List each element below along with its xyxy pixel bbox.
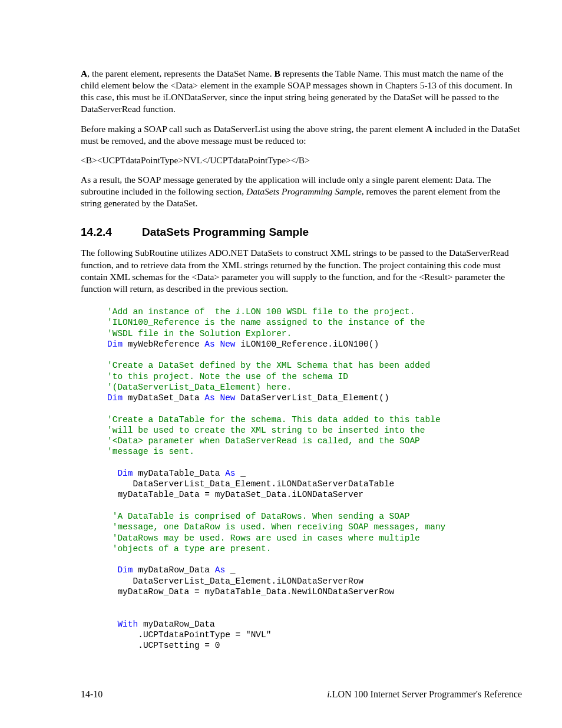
paragraph-3-xml: <B><UCPTdataPointType>NVL</UCPTdataPoint… xyxy=(81,154,522,166)
code-block: 'Add an instance of the i.LON 100 WSDL f… xyxy=(107,307,522,651)
bold-a: A xyxy=(81,68,87,78)
footer-reference: i.LON 100 Internet Server Programmer's R… xyxy=(327,689,522,700)
bold-a-2: A xyxy=(426,124,432,134)
paragraph-2: Before making a SOAP call such as DataSe… xyxy=(81,123,522,147)
paragraph-4: As a result, the SOAP message generated … xyxy=(81,174,522,209)
page-content: A, the parent element, represents the Da… xyxy=(0,0,562,728)
section-number: 14.2.4 xyxy=(81,226,142,239)
paragraph-5: The following SubRoutine utilizes ADO.NE… xyxy=(81,247,522,295)
paragraph-1: A, the parent element, represents the Da… xyxy=(81,68,522,116)
page-number: 14-10 xyxy=(81,689,103,700)
italic-title: DataSets Programming Sample xyxy=(246,186,362,196)
bold-b: B xyxy=(274,68,280,78)
section-title: DataSets Programming Sample xyxy=(142,226,309,238)
page-footer: 14-10 i.LON 100 Internet Server Programm… xyxy=(81,689,522,700)
section-heading: 14.2.4DataSets Programming Sample xyxy=(81,226,522,239)
